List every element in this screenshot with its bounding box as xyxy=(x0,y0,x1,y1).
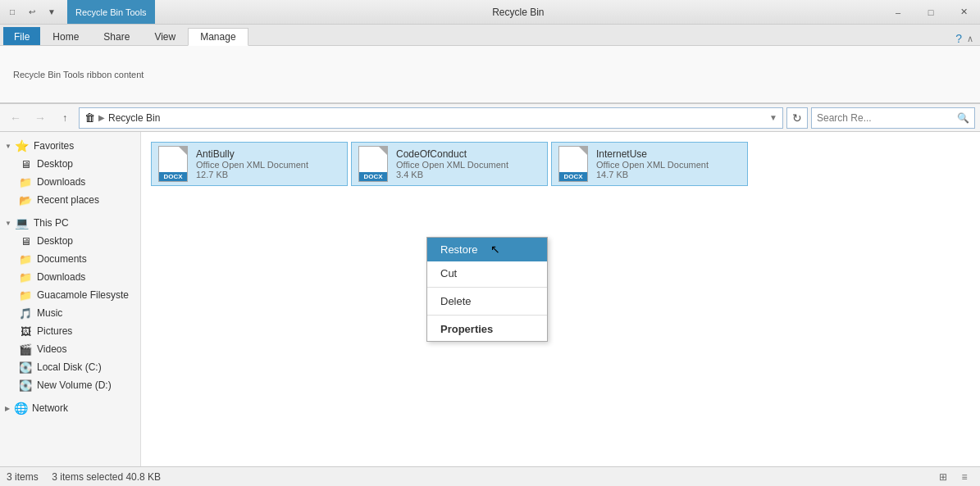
file-info-codeofconduct: CodeOfConduct Office Open XML Document 3… xyxy=(396,148,542,179)
file-type-antibully: Office Open XML Document xyxy=(196,160,342,170)
help-icon[interactable]: ? xyxy=(955,32,962,45)
status-bar: 3 items 3 items selected 40.8 KB ⊞ ≡ xyxy=(0,466,980,486)
tab-share[interactable]: Share xyxy=(91,27,142,45)
sidebar-item-documents[interactable]: 📁 Documents xyxy=(0,250,140,268)
sidebar-item-pictures-label: Pictures xyxy=(37,325,72,337)
new-volume-icon: 💽 xyxy=(18,379,33,392)
search-input[interactable] xyxy=(817,112,954,124)
status-item-count: 3 items 3 items selected 40.8 KB xyxy=(7,471,161,483)
sidebar-item-local-disk[interactable]: 💽 Local Disk (C:) xyxy=(0,358,140,376)
downloads-fav-icon: 📁 xyxy=(18,175,33,188)
favorites-label: Favorites xyxy=(34,140,74,152)
file-name-internetuse: InternetUse xyxy=(596,148,742,160)
context-menu-item-restore[interactable]: Restore xyxy=(427,238,547,261)
desktop-fav-icon: 🖥 xyxy=(18,157,33,170)
address-path: Recycle Bin xyxy=(108,112,160,124)
ribbon-tab-active-label: Recycle Bin Tools xyxy=(67,0,155,24)
tab-manage[interactable]: Manage xyxy=(188,28,248,46)
qa-undo-btn[interactable]: ↩ xyxy=(23,3,41,21)
sidebar-item-music[interactable]: 🎵 Music xyxy=(0,304,140,322)
address-icon: 🗑 xyxy=(84,111,95,124)
guacamole-icon: 📁 xyxy=(18,288,33,302)
sidebar-item-downloads-pc[interactable]: 📁 Downloads xyxy=(0,268,140,286)
sidebar-item-new-volume[interactable]: 💽 New Volume (D:) xyxy=(0,376,140,394)
sidebar-item-recent-places[interactable]: 📂 Recent places xyxy=(0,191,140,209)
sidebar-item-pictures[interactable]: 🖼 Pictures xyxy=(0,322,140,340)
sidebar-item-desktop-pc[interactable]: 🖥 Desktop xyxy=(0,232,140,250)
ribbon-expand-icon[interactable]: ∧ xyxy=(967,34,973,44)
forward-button[interactable]: → xyxy=(30,107,51,129)
sidebar-network-header[interactable]: ▶ 🌐 Network xyxy=(0,399,140,417)
tab-view[interactable]: View xyxy=(142,27,188,45)
tab-file[interactable]: File xyxy=(3,27,40,45)
files-container: DOCX AntiBully Office Open XML Document … xyxy=(148,139,973,189)
thispc-icon: 💻 xyxy=(15,216,30,229)
content-area: DOCX AntiBully Office Open XML Document … xyxy=(141,132,980,466)
sidebar-item-guacamole-label: Guacamole Filesyste xyxy=(37,289,129,301)
up-button[interactable]: ↑ xyxy=(54,107,75,129)
network-label: Network xyxy=(32,402,68,414)
sidebar: ▼ ⭐ Favorites 🖥 Desktop 📁 Downloads 📂 Re… xyxy=(0,132,141,466)
tab-home[interactable]: Home xyxy=(40,27,91,45)
file-item-antibully[interactable]: DOCX AntiBully Office Open XML Document … xyxy=(151,142,348,186)
context-menu-item-delete[interactable]: Delete xyxy=(427,289,547,313)
address-bar[interactable]: 🗑 ▶ Recycle Bin ▼ xyxy=(79,107,783,129)
main-area: ▼ ⭐ Favorites 🖥 Desktop 📁 Downloads 📂 Re… xyxy=(0,132,980,466)
refresh-button[interactable]: ↻ xyxy=(786,107,808,129)
back-button[interactable]: ← xyxy=(5,107,26,129)
thispc-label: This PC xyxy=(34,217,69,229)
sidebar-favorites-header[interactable]: ▼ ⭐ Favorites xyxy=(0,137,140,155)
sidebar-item-videos[interactable]: 🎬 Videos xyxy=(0,340,140,358)
status-bar-right: ⊞ ≡ xyxy=(934,470,973,484)
sidebar-item-downloads-fav[interactable]: 📁 Downloads xyxy=(0,173,140,191)
search-icon: 🔍 xyxy=(957,112,969,124)
title-bar: □ ↩ ▼ Recycle Bin Tools Recycle Bin – □ … xyxy=(0,0,980,25)
address-dropdown-icon[interactable]: ▼ xyxy=(769,113,777,122)
sidebar-item-guacamole[interactable]: 📁 Guacamole Filesyste xyxy=(0,286,140,304)
pictures-icon: 🖼 xyxy=(18,325,33,338)
docx-icon-internetuse: DOCX xyxy=(558,146,588,182)
ribbon-tab-bar: File Home Share View Manage ? ∧ xyxy=(0,25,980,46)
ribbon: File Home Share View Manage ? ∧ Recycle … xyxy=(0,25,980,104)
sidebar-thispc-header[interactable]: ▼ 💻 This PC xyxy=(0,214,140,232)
ribbon-help: ? ∧ xyxy=(955,32,980,45)
sidebar-item-local-disk-label: Local Disk (C:) xyxy=(37,361,102,373)
sidebar-item-videos-label: Videos xyxy=(37,343,66,355)
context-menu-separator xyxy=(427,287,547,288)
close-button[interactable]: ✕ xyxy=(947,0,980,24)
file-item-codeofconduct[interactable]: DOCX CodeOfConduct Office Open XML Docum… xyxy=(351,142,548,186)
view-btn-list[interactable]: ≡ xyxy=(955,470,973,484)
item-count-label: 3 items xyxy=(7,471,39,483)
qa-dropdown-btn[interactable]: ▼ xyxy=(43,3,61,21)
file-size-internetuse: 14.7 KB xyxy=(596,170,742,179)
view-btn-icons[interactable]: ⊞ xyxy=(934,470,952,484)
title-bar-left: □ ↩ ▼ Recycle Bin Tools xyxy=(0,0,155,24)
sidebar-item-downloads-fav-label: Downloads xyxy=(37,176,85,188)
sidebar-item-recent-places-label: Recent places xyxy=(37,194,99,206)
qa-save-btn[interactable]: □ xyxy=(3,3,21,21)
documents-icon: 📁 xyxy=(18,252,33,266)
minimize-button[interactable]: – xyxy=(882,0,914,24)
context-menu-item-properties[interactable]: Properties xyxy=(427,317,547,341)
favorites-chevron-icon: ▼ xyxy=(5,143,11,150)
file-item-internetuse[interactable]: DOCX InternetUse Office Open XML Documen… xyxy=(551,142,748,186)
file-icon-wrapper-internetuse: DOCX xyxy=(557,146,590,182)
selected-info-label: 3 items selected 40.8 KB xyxy=(52,471,161,483)
maximize-button[interactable]: □ xyxy=(914,0,947,24)
docx-icon-codeofconduct: DOCX xyxy=(358,146,388,182)
sidebar-item-downloads-pc-label: Downloads xyxy=(37,271,85,283)
file-name-antibully: AntiBully xyxy=(196,148,342,160)
context-menu-item-cut[interactable]: Cut xyxy=(427,261,547,285)
sidebar-item-desktop-fav[interactable]: 🖥 Desktop xyxy=(0,155,140,173)
search-box[interactable]: 🔍 xyxy=(811,107,975,129)
downloads-pc-icon: 📁 xyxy=(18,270,33,284)
thispc-chevron-icon: ▼ xyxy=(5,220,11,227)
window-title: Recycle Bin xyxy=(155,7,882,18)
address-chevron: ▶ xyxy=(98,113,105,122)
file-name-codeofconduct: CodeOfConduct xyxy=(396,148,542,160)
file-type-internetuse: Office Open XML Document xyxy=(596,160,742,170)
window-controls: – □ ✕ xyxy=(882,0,980,24)
local-disk-icon: 💽 xyxy=(18,361,33,374)
file-size-codeofconduct: 3.4 KB xyxy=(396,170,542,179)
quick-access: □ ↩ ▼ xyxy=(0,0,64,24)
